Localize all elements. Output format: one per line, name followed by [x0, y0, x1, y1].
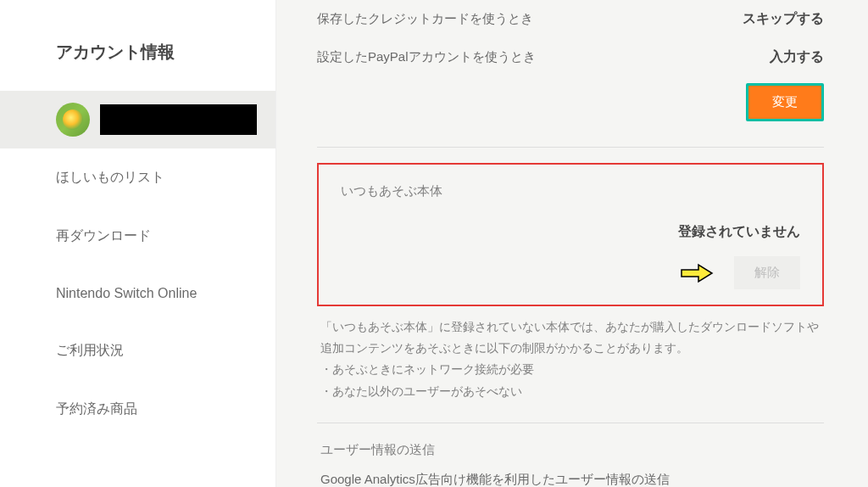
sidebar-item-redownload[interactable]: 再ダウンロード	[0, 207, 275, 266]
note-line2: ・あそぶときにネットワーク接続が必要	[320, 359, 821, 380]
sidebar-user-row[interactable]	[0, 91, 275, 148]
sidebar-item-wishlist[interactable]: ほしいものリスト	[0, 148, 275, 207]
avatar	[56, 103, 90, 137]
arrow-right-icon	[680, 263, 714, 283]
change-button-row: 変更	[317, 76, 824, 147]
userinfo-section-label: ユーザー情報の送信	[317, 423, 824, 472]
primary-console-label: いつもあそぶ本体	[341, 183, 800, 199]
setting-paypal-value: 入力する	[770, 48, 824, 66]
primary-console-status: 登録されていません	[341, 223, 800, 241]
setting-creditcard-label: 保存したクレジットカードを使うとき	[317, 11, 533, 27]
sidebar-item-usage[interactable]: ご利用状況	[0, 322, 275, 380]
sidebar-item-nso[interactable]: Nintendo Switch Online	[0, 266, 275, 322]
main-content: 保存したクレジットカードを使うとき スキップする 設定したPayPalアカウント…	[276, 0, 868, 487]
sidebar-item-reserved[interactable]: 予約済み商品	[0, 380, 275, 439]
sidebar: アカウント情報 ほしいものリスト 再ダウンロード Nintendo Switch…	[0, 0, 276, 487]
release-row: 解除	[341, 256, 800, 289]
note-line1: 「いつもあそぶ本体」に登録されていない本体では、あなたが購入したダウンロードソフ…	[320, 316, 821, 359]
change-button[interactable]: 変更	[746, 83, 824, 121]
page-title: アカウント情報	[0, 41, 275, 91]
setting-paypal-label: 設定したPayPalアカウントを使うとき	[317, 49, 536, 65]
user-name-redacted	[100, 104, 257, 135]
divider	[317, 147, 824, 148]
release-button[interactable]: 解除	[734, 256, 800, 289]
setting-creditcard-row: 保存したクレジットカードを使うとき スキップする	[317, 0, 824, 38]
userinfo-sub-label: Google Analytics広告向け機能を利用したユーザー情報の送信	[317, 472, 824, 487]
primary-console-section: いつもあそぶ本体 登録されていません 解除	[317, 163, 824, 306]
setting-creditcard-value: スキップする	[743, 10, 824, 28]
primary-console-note: 「いつもあそぶ本体」に登録されていない本体では、あなたが購入したダウンロードソフ…	[317, 311, 824, 423]
note-line3: ・あなた以外のユーザーがあそべない	[320, 381, 821, 402]
setting-paypal-row: 設定したPayPalアカウントを使うとき 入力する	[317, 38, 824, 76]
